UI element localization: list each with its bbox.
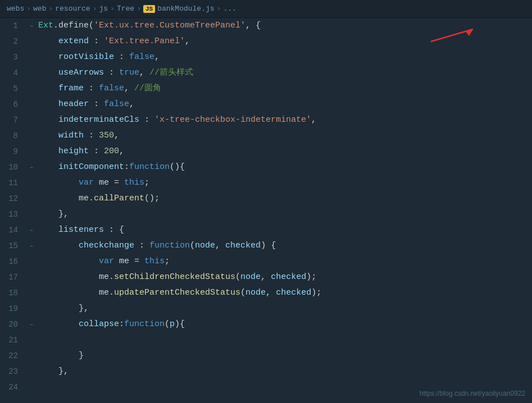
line-number-13: 13 — [0, 207, 27, 222]
code-line-13: 13 }, — [0, 207, 532, 222]
code-line-17: 17 me.setChildrenCheckedStatus(node, che… — [0, 269, 532, 285]
fold-gutter-24 — [27, 379, 36, 395]
fold-gutter-13 — [27, 207, 36, 222]
fold-gutter-18 — [27, 285, 36, 301]
code-content-7[interactable]: indeterminateCls : 'x-tree-checkbox-inde… — [36, 112, 532, 128]
sep1: › — [26, 4, 31, 13]
fold-gutter-21 — [27, 332, 36, 348]
code-content-17[interactable]: me.setChildrenCheckedStatus(node, checke… — [36, 269, 532, 285]
code-content-21[interactable] — [36, 332, 532, 348]
fold-gutter-3 — [27, 49, 36, 65]
breadcrumb-file[interactable]: bankModule.js — [157, 4, 214, 13]
code-content-18[interactable]: me.updateParentCheckedStatus(node, check… — [36, 285, 532, 301]
fold-gutter-1[interactable]: – — [27, 18, 36, 34]
code-content-19[interactable]: }, — [36, 301, 532, 317]
fold-gutter-5 — [27, 81, 36, 97]
code-content-14[interactable]: listeners : { — [36, 222, 532, 238]
fold-gutter-4 — [27, 65, 36, 81]
code-line-9: 9 height : 200, — [0, 144, 532, 159]
code-line-4: 4 useArrows : true, //箭头样式 — [0, 65, 532, 81]
line-number-11: 11 — [0, 175, 27, 191]
code-line-18: 18 me.updateParentCheckedStatus(node, ch… — [0, 285, 532, 301]
fold-gutter-10[interactable]: – — [27, 159, 36, 175]
sep5: › — [137, 4, 141, 13]
fold-gutter-6 — [27, 97, 36, 112]
js-badge: JS — [143, 5, 155, 13]
code-content-5[interactable]: frame : false, //圆角 — [36, 81, 532, 97]
code-line-5: 5 frame : false, //圆角 — [0, 81, 532, 97]
breadcrumb-more[interactable]: ... — [223, 4, 236, 13]
code-line-11: 11 var me = this; — [0, 175, 532, 191]
line-number-22: 22 — [0, 348, 27, 364]
code-content-20[interactable]: collapse:function(p){ — [36, 317, 532, 332]
fold-gutter-19 — [27, 301, 36, 317]
line-number-18: 18 — [0, 285, 27, 301]
sep3: › — [93, 4, 97, 13]
line-number-14: 14 — [0, 222, 27, 238]
code-content-6[interactable]: header : false, — [36, 97, 532, 112]
line-number-12: 12 — [0, 191, 27, 207]
code-line-3: 3 rootVisible : false, — [0, 49, 532, 65]
line-number-1: 1 — [0, 18, 27, 34]
code-content-10[interactable]: initComponent:function(){ — [36, 159, 532, 175]
line-number-23: 23 — [0, 364, 27, 379]
line-number-8: 8 — [0, 128, 27, 144]
fold-gutter-17 — [27, 269, 36, 285]
code-line-16: 16 var me = this; — [0, 254, 532, 269]
breadcrumb-tree[interactable]: Tree — [117, 4, 134, 13]
code-content-23[interactable]: }, — [36, 364, 532, 379]
code-line-12: 12 me.callParent(); — [0, 191, 532, 207]
line-number-4: 4 — [0, 65, 27, 81]
sep6: › — [217, 4, 221, 13]
code-line-23: 23 }, — [0, 364, 532, 379]
code-line-6: 6 header : false, — [0, 97, 532, 112]
breadcrumb: webs › web › resource › js › Tree › JS b… — [0, 0, 532, 18]
sep2: › — [48, 4, 53, 13]
line-number-10: 10 — [0, 159, 27, 175]
code-line-8: 8 width : 350, — [0, 128, 532, 144]
breadcrumb-js[interactable]: js — [99, 4, 108, 13]
line-number-16: 16 — [0, 254, 27, 269]
code-content-3[interactable]: rootVisible : false, — [36, 49, 532, 65]
code-content-13[interactable]: }, — [36, 207, 532, 222]
code-content-9[interactable]: height : 200, — [36, 144, 532, 159]
breadcrumb-webs[interactable]: webs — [7, 4, 24, 13]
fold-gutter-12 — [27, 191, 36, 207]
fold-gutter-14[interactable]: – — [27, 222, 36, 238]
code-line-15: 15– checkchange : function(node, checked… — [0, 238, 532, 254]
line-number-24: 24 — [0, 379, 27, 395]
code-line-22: 22 } — [0, 348, 532, 364]
fold-gutter-22 — [27, 348, 36, 364]
line-number-20: 20 — [0, 317, 27, 332]
code-content-12[interactable]: me.callParent(); — [36, 191, 532, 207]
code-line-10: 10– initComponent:function(){ — [0, 159, 532, 175]
code-content-15[interactable]: checkchange : function(node, checked) { — [36, 238, 532, 254]
code-content-4[interactable]: useArrows : true, //箭头样式 — [36, 65, 532, 81]
sep4: › — [110, 4, 115, 13]
code-content-11[interactable]: var me = this; — [36, 175, 532, 191]
code-line-19: 19 }, — [0, 301, 532, 317]
line-number-5: 5 — [0, 81, 27, 97]
fold-gutter-15[interactable]: – — [27, 238, 36, 254]
code-line-21: 21 — [0, 332, 532, 348]
fold-gutter-8 — [27, 128, 36, 144]
line-number-15: 15 — [0, 238, 27, 254]
line-number-2: 2 — [0, 34, 27, 49]
line-number-9: 9 — [0, 144, 27, 159]
code-content-8[interactable]: width : 350, — [36, 128, 532, 144]
line-number-6: 6 — [0, 97, 27, 112]
breadcrumb-web[interactable]: web — [33, 4, 46, 13]
fold-gutter-2 — [27, 34, 36, 49]
code-editor: 1–Ext.define('Ext.ux.tree.CustomeTreePan… — [0, 18, 532, 403]
svg-line-0 — [431, 29, 473, 42]
line-number-7: 7 — [0, 112, 27, 128]
code-content-22[interactable]: } — [36, 348, 532, 364]
code-line-14: 14– listeners : { — [0, 222, 532, 238]
code-line-7: 7 indeterminateCls : 'x-tree-checkbox-in… — [0, 112, 532, 128]
red-arrow-annotation — [420, 25, 487, 50]
breadcrumb-resource[interactable]: resource — [55, 4, 90, 13]
fold-gutter-20[interactable]: – — [27, 317, 36, 332]
line-number-19: 19 — [0, 301, 27, 317]
line-number-21: 21 — [0, 332, 27, 348]
code-content-16[interactable]: var me = this; — [36, 254, 532, 269]
